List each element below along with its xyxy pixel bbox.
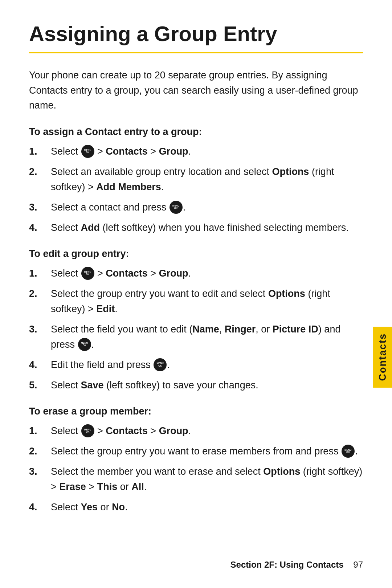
steps-list-2: 1. Select MENU OK > Contacts > Group. 2.… — [29, 266, 363, 393]
list-item: 4. Select Yes or No. — [29, 500, 363, 515]
menu-icon: MENU OK — [342, 445, 355, 458]
step-number: 3. — [29, 322, 37, 337]
footer-section: Section 2F: Using Contacts — [230, 560, 344, 569]
list-item: 5. Select Save (left softkey) to save yo… — [29, 378, 363, 393]
sidebar-tab-label: Contacts — [377, 333, 388, 381]
step-number: 2. — [29, 286, 37, 302]
steps-list-1: 1. Select MENU OK > Contacts > Group. 2.… — [29, 144, 363, 235]
intro-text: Your phone can create up to 20 separate … — [29, 68, 363, 114]
step-number: 1. — [29, 424, 37, 439]
step-number: 3. — [29, 464, 37, 479]
list-item: 3. Select a contact and press MENU OK . — [29, 200, 363, 215]
step-number: 5. — [29, 378, 37, 393]
menu-icon: MENU OK — [78, 338, 91, 351]
list-item: 3. Select the member you want to erase a… — [29, 464, 363, 495]
section-heading-1: To assign a Contact entry to a group: — [29, 126, 363, 138]
list-item: 1. Select MENU OK > Contacts > Group. — [29, 144, 363, 159]
list-item: 4. Select Add (left softkey) when you ha… — [29, 220, 363, 236]
step-number: 1. — [29, 144, 37, 159]
step-number: 4. — [29, 358, 37, 373]
list-item: 4. Edit the field and press MENU OK . — [29, 358, 363, 373]
list-item: 1. Select MENU OK > Contacts > Group. — [29, 424, 363, 439]
footer-page: 97 — [353, 560, 363, 569]
page-container: Assigning a Group Entry Your phone can c… — [0, 0, 392, 557]
list-item: 2. Select the group entry you want to er… — [29, 444, 363, 459]
sidebar-tab: Contacts — [373, 327, 392, 388]
step-number: 4. — [29, 220, 37, 236]
step-number: 2. — [29, 164, 37, 180]
menu-icon: MENU OK — [81, 424, 94, 437]
step-number: 1. — [29, 266, 37, 281]
list-item: 3. Select the field you want to edit (Na… — [29, 322, 363, 352]
title-underline — [29, 52, 363, 53]
section-heading-3: To erase a group member: — [29, 406, 363, 417]
step-number: 2. — [29, 444, 37, 459]
footer: Section 2F: Using Contacts 97 — [230, 560, 363, 570]
menu-icon: MENU OK — [81, 145, 94, 158]
section-heading-2: To edit a group entry: — [29, 248, 363, 260]
page-title: Assigning a Group Entry — [29, 22, 363, 46]
step-number: 3. — [29, 200, 37, 215]
menu-icon: MENU OK — [81, 267, 94, 280]
list-item: 2. Select the group entry you want to ed… — [29, 286, 363, 317]
list-item: 1. Select MENU OK > Contacts > Group. — [29, 266, 363, 281]
steps-list-3: 1. Select MENU OK > Contacts > Group. 2.… — [29, 424, 363, 515]
menu-icon: MENU OK — [154, 358, 167, 371]
step-number: 4. — [29, 500, 37, 515]
menu-icon: MENU OK — [170, 201, 183, 214]
list-item: 2. Select an available group entry locat… — [29, 164, 363, 195]
